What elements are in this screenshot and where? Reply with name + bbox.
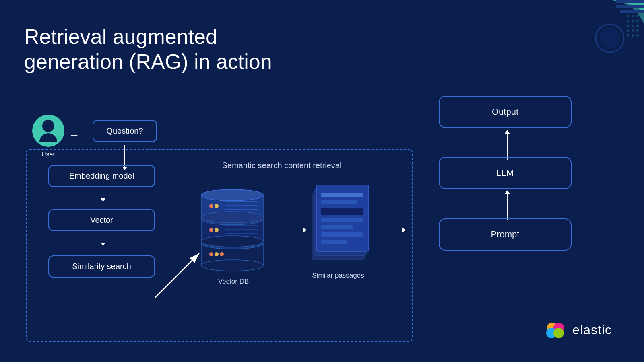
- svg-point-39: [209, 204, 213, 208]
- svg-line-21: [155, 253, 199, 298]
- vector-box: Vector: [48, 209, 155, 231]
- prompt-box: Prompt: [439, 218, 572, 251]
- svg-rect-47: [321, 193, 363, 197]
- arrow-passages-to-prompt: [369, 227, 406, 233]
- svg-point-26: [215, 252, 219, 256]
- svg-point-17: [627, 34, 629, 37]
- elastic-text: elastic: [572, 323, 612, 337]
- arrow-db-to-passages: [270, 227, 307, 233]
- svg-point-5: [627, 15, 629, 17]
- top-right-decoration: [531, 0, 644, 72]
- passages-illustration: Similar passages: [310, 185, 366, 274]
- user-head-icon: [42, 120, 54, 132]
- svg-point-8: [627, 20, 629, 22]
- svg-point-38: [201, 212, 263, 223]
- svg-point-19: [636, 34, 639, 37]
- arrow-user-to-question: →: [68, 129, 79, 142]
- arrow-line: [507, 134, 508, 160]
- svg-point-7: [636, 15, 639, 17]
- passages-label: Similar passages: [312, 272, 364, 280]
- svg-point-13: [636, 25, 639, 27]
- page-title: Retrieval augmented generation (RAG) in …: [24, 24, 306, 74]
- svg-point-18: [632, 34, 634, 37]
- svg-point-11: [627, 25, 629, 27]
- title-section: Retrieval augmented generation (RAG) in …: [24, 24, 306, 74]
- svg-rect-2: [620, 10, 644, 13]
- passages-svg: [310, 185, 374, 265]
- svg-rect-52: [321, 232, 363, 237]
- arrow-llm-to-output: [504, 130, 510, 160]
- arrow-line: [103, 232, 103, 243]
- svg-point-16: [636, 29, 639, 32]
- elastic-logo: elastic: [543, 318, 612, 342]
- llm-box: LLM: [439, 157, 572, 189]
- arrow-head: [101, 198, 105, 202]
- svg-point-24: [201, 260, 263, 271]
- vector-db-label: Vector DB: [218, 278, 249, 286]
- svg-rect-53: [321, 240, 347, 244]
- vector-db-illustration: Vector DB: [197, 185, 270, 274]
- svg-point-9: [632, 20, 634, 22]
- svg-point-25: [209, 252, 213, 256]
- svg-point-30: [201, 236, 263, 247]
- svg-point-10: [636, 20, 639, 22]
- elastic-logo-icon: [543, 318, 568, 342]
- arrow-line: [369, 230, 402, 230]
- user-body-icon: [39, 133, 57, 142]
- svg-point-57: [553, 328, 564, 338]
- svg-rect-0: [616, 0, 644, 3]
- arrow-vector-to-similarity: [101, 232, 105, 246]
- similarity-search-box: Similarity search: [48, 255, 155, 278]
- output-box: Output: [439, 96, 572, 128]
- vector-db-svg: [197, 185, 270, 274]
- svg-rect-51: [321, 225, 353, 229]
- arrow-head: [504, 190, 510, 194]
- svg-rect-50: [321, 218, 363, 222]
- arrow-line: [103, 188, 103, 198]
- user-avatar: [32, 115, 64, 147]
- arrow-head: [402, 227, 406, 233]
- svg-rect-49: [321, 208, 363, 215]
- svg-rect-48: [321, 200, 357, 204]
- svg-point-4: [600, 28, 620, 48]
- arrow-prompt-to-llm: [504, 190, 510, 220]
- svg-point-6: [632, 15, 634, 17]
- arrow-embedding-to-vector: [101, 188, 105, 202]
- question-box: Question?: [93, 120, 157, 142]
- svg-rect-1: [616, 5, 644, 8]
- embedding-model-box: Embedding model: [48, 165, 155, 187]
- svg-point-31: [209, 228, 213, 232]
- semantic-search-label: Semantic search content retrieval: [201, 161, 362, 170]
- svg-point-37: [201, 189, 263, 201]
- svg-point-12: [632, 25, 634, 27]
- svg-point-14: [627, 29, 629, 32]
- arrow-head: [101, 243, 105, 246]
- arrow-line: [270, 230, 303, 230]
- svg-point-32: [215, 228, 219, 232]
- svg-point-27: [220, 252, 224, 256]
- arrow-line: [507, 194, 508, 220]
- arrow-head: [303, 227, 307, 233]
- svg-point-40: [215, 204, 219, 208]
- arrow-head: [504, 130, 510, 134]
- svg-point-15: [632, 29, 634, 32]
